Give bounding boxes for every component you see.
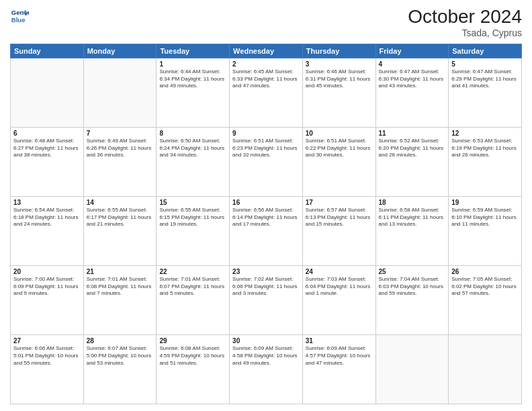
- day-number: 13: [13, 199, 81, 206]
- calendar-cell: 10Sunrise: 6:51 AM Sunset: 6:22 PM Dayli…: [302, 127, 375, 196]
- day-number: 27: [13, 337, 81, 345]
- calendar-cell: 20Sunrise: 7:00 AM Sunset: 6:09 PM Dayli…: [11, 265, 84, 334]
- calendar-cell: 19Sunrise: 6:59 AM Sunset: 6:10 PM Dayli…: [449, 196, 522, 265]
- calendar-cell: 1Sunrise: 6:44 AM Sunset: 6:34 PM Daylig…: [157, 58, 230, 127]
- calendar-cell: 30Sunrise: 6:09 AM Sunset: 4:58 PM Dayli…: [230, 334, 303, 404]
- calendar-cell: 11Sunrise: 6:52 AM Sunset: 6:20 PM Dayli…: [375, 127, 449, 196]
- cell-text: Sunrise: 7:01 AM Sunset: 6:07 PM Dayligh…: [159, 276, 226, 298]
- cell-text: Sunrise: 6:44 AM Sunset: 6:34 PM Dayligh…: [159, 68, 226, 90]
- day-number: 20: [13, 268, 81, 275]
- calendar-cell: 29Sunrise: 6:08 AM Sunset: 4:59 PM Dayli…: [157, 334, 230, 404]
- calendar-cell: [11, 58, 84, 127]
- calendar-cell: [83, 58, 157, 127]
- location: Tsada, Cyprus: [408, 28, 522, 38]
- cell-text: Sunrise: 6:52 AM Sunset: 6:20 PM Dayligh…: [379, 138, 446, 159]
- calendar-cell: 15Sunrise: 6:55 AM Sunset: 6:15 PM Dayli…: [157, 196, 230, 265]
- cell-text: Sunrise: 6:09 AM Sunset: 4:57 PM Dayligh…: [306, 345, 373, 367]
- page: General Blue October 2024 Tsada, Cyprus …: [0, 0, 532, 411]
- cell-text: Sunrise: 6:08 AM Sunset: 4:59 PM Dayligh…: [159, 345, 226, 367]
- calendar-cell: 17Sunrise: 6:57 AM Sunset: 6:13 PM Dayli…: [302, 196, 375, 265]
- day-number: 25: [379, 268, 446, 275]
- day-number: 9: [232, 130, 300, 137]
- calendar-cell: 26Sunrise: 7:05 AM Sunset: 6:02 PM Dayli…: [449, 265, 522, 334]
- cell-text: Sunrise: 6:51 AM Sunset: 6:23 PM Dayligh…: [232, 138, 300, 159]
- day-number: 12: [451, 130, 519, 137]
- weekday-header: Wednesday: [230, 44, 303, 58]
- calendar-week: 13Sunrise: 6:54 AM Sunset: 6:18 PM Dayli…: [11, 196, 522, 265]
- cell-text: Sunrise: 7:05 AM Sunset: 6:02 PM Dayligh…: [451, 276, 519, 298]
- day-number: 15: [159, 199, 226, 206]
- svg-text:Blue: Blue: [11, 16, 26, 24]
- day-number: 30: [232, 337, 300, 345]
- cell-text: Sunrise: 6:47 AM Sunset: 6:30 PM Dayligh…: [379, 68, 446, 90]
- cell-text: Sunrise: 6:54 AM Sunset: 6:18 PM Dayligh…: [13, 207, 81, 228]
- cell-text: Sunrise: 6:55 AM Sunset: 6:15 PM Dayligh…: [159, 207, 226, 228]
- calendar-cell: 7Sunrise: 6:49 AM Sunset: 6:26 PM Daylig…: [83, 127, 157, 196]
- title-block: October 2024 Tsada, Cyprus: [408, 7, 522, 38]
- cell-text: Sunrise: 6:50 AM Sunset: 6:24 PM Dayligh…: [159, 138, 226, 159]
- calendar-cell: 16Sunrise: 6:56 AM Sunset: 6:14 PM Dayli…: [230, 196, 303, 265]
- calendar-cell: 23Sunrise: 7:02 AM Sunset: 6:06 PM Dayli…: [230, 265, 303, 334]
- weekday-header: Sunday: [11, 44, 84, 58]
- calendar-cell: 31Sunrise: 6:09 AM Sunset: 4:57 PM Dayli…: [302, 334, 375, 404]
- day-number: 4: [379, 60, 446, 68]
- day-number: 28: [87, 337, 154, 345]
- cell-text: Sunrise: 6:09 AM Sunset: 4:58 PM Dayligh…: [232, 345, 300, 367]
- day-number: 11: [379, 130, 446, 137]
- weekday-header: Thursday: [302, 44, 375, 58]
- weekday-header: Tuesday: [157, 44, 230, 58]
- day-number: 29: [159, 337, 226, 345]
- calendar-cell: 6Sunrise: 6:48 AM Sunset: 6:27 PM Daylig…: [11, 127, 84, 196]
- cell-text: Sunrise: 7:03 AM Sunset: 6:04 PM Dayligh…: [306, 276, 373, 298]
- cell-text: Sunrise: 6:06 AM Sunset: 5:01 PM Dayligh…: [13, 345, 81, 367]
- day-number: 24: [306, 268, 373, 275]
- cell-text: Sunrise: 7:04 AM Sunset: 6:03 PM Dayligh…: [379, 276, 446, 298]
- cell-text: Sunrise: 6:47 AM Sunset: 6:29 PM Dayligh…: [451, 68, 519, 90]
- weekday-header: Monday: [83, 44, 157, 58]
- calendar-cell: 22Sunrise: 7:01 AM Sunset: 6:07 PM Dayli…: [157, 265, 230, 334]
- cell-text: Sunrise: 7:02 AM Sunset: 6:06 PM Dayligh…: [232, 276, 300, 298]
- cell-text: Sunrise: 7:00 AM Sunset: 6:09 PM Dayligh…: [13, 276, 81, 298]
- cell-text: Sunrise: 6:55 AM Sunset: 6:17 PM Dayligh…: [87, 207, 154, 228]
- cell-text: Sunrise: 6:48 AM Sunset: 6:27 PM Dayligh…: [13, 138, 81, 159]
- day-number: 2: [232, 60, 300, 68]
- calendar-cell: 21Sunrise: 7:01 AM Sunset: 6:08 PM Dayli…: [83, 265, 157, 334]
- calendar-week: 20Sunrise: 7:00 AM Sunset: 6:09 PM Dayli…: [11, 265, 522, 334]
- header: General Blue October 2024 Tsada, Cyprus: [10, 7, 522, 38]
- day-number: 8: [159, 130, 226, 137]
- calendar-cell: 4Sunrise: 6:47 AM Sunset: 6:30 PM Daylig…: [375, 58, 449, 127]
- cell-text: Sunrise: 6:57 AM Sunset: 6:13 PM Dayligh…: [306, 207, 373, 228]
- calendar-cell: [449, 334, 522, 404]
- calendar-cell: 28Sunrise: 6:07 AM Sunset: 5:00 PM Dayli…: [83, 334, 157, 404]
- weekday-header: Friday: [375, 44, 449, 58]
- weekday-header: Saturday: [449, 44, 522, 58]
- calendar-cell: 12Sunrise: 6:53 AM Sunset: 6:19 PM Dayli…: [449, 127, 522, 196]
- calendar-cell: 9Sunrise: 6:51 AM Sunset: 6:23 PM Daylig…: [230, 127, 303, 196]
- calendar-cell: [375, 334, 449, 404]
- calendar-cell: 5Sunrise: 6:47 AM Sunset: 6:29 PM Daylig…: [449, 58, 522, 127]
- cell-text: Sunrise: 6:58 AM Sunset: 6:11 PM Dayligh…: [379, 207, 446, 228]
- day-number: 5: [451, 60, 519, 68]
- day-number: 7: [87, 130, 154, 137]
- calendar-week: 6Sunrise: 6:48 AM Sunset: 6:27 PM Daylig…: [11, 127, 522, 196]
- cell-text: Sunrise: 7:01 AM Sunset: 6:08 PM Dayligh…: [87, 276, 154, 298]
- day-number: 17: [306, 199, 373, 206]
- cell-text: Sunrise: 6:49 AM Sunset: 6:26 PM Dayligh…: [87, 138, 154, 159]
- day-number: 23: [232, 268, 300, 275]
- day-number: 14: [87, 199, 154, 206]
- day-number: 6: [13, 130, 81, 137]
- cell-text: Sunrise: 6:07 AM Sunset: 5:00 PM Dayligh…: [87, 345, 154, 367]
- cell-text: Sunrise: 6:46 AM Sunset: 6:31 PM Dayligh…: [306, 68, 373, 90]
- day-number: 16: [232, 199, 300, 206]
- calendar-cell: 8Sunrise: 6:50 AM Sunset: 6:24 PM Daylig…: [157, 127, 230, 196]
- day-number: 10: [306, 130, 373, 137]
- calendar-cell: 13Sunrise: 6:54 AM Sunset: 6:18 PM Dayli…: [11, 196, 84, 265]
- day-number: 22: [159, 268, 226, 275]
- cell-text: Sunrise: 6:56 AM Sunset: 6:14 PM Dayligh…: [232, 207, 300, 228]
- calendar-cell: 27Sunrise: 6:06 AM Sunset: 5:01 PM Dayli…: [11, 334, 84, 404]
- day-number: 21: [87, 268, 154, 275]
- cell-text: Sunrise: 6:51 AM Sunset: 6:22 PM Dayligh…: [306, 138, 373, 159]
- calendar-cell: 14Sunrise: 6:55 AM Sunset: 6:17 PM Dayli…: [83, 196, 157, 265]
- day-number: 1: [159, 60, 226, 68]
- calendar-cell: 24Sunrise: 7:03 AM Sunset: 6:04 PM Dayli…: [302, 265, 375, 334]
